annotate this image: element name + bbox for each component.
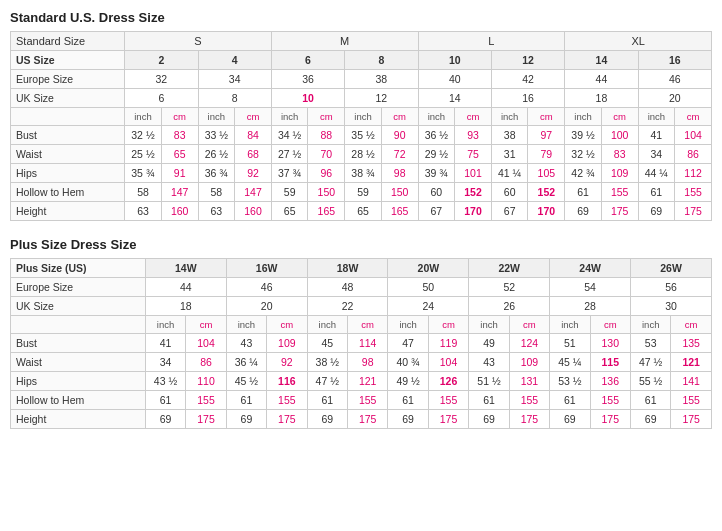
standard-size-label: Standard Size bbox=[11, 32, 125, 51]
plus-meas-1-val-3: 92 bbox=[267, 353, 308, 372]
std-meas-0-val-11: 97 bbox=[528, 126, 565, 145]
std-meas-0-val-15: 104 bbox=[675, 126, 712, 145]
plus-meas-0-val-4: 45 bbox=[307, 334, 347, 353]
std-meas-label-3: Hollow to Hem bbox=[11, 183, 125, 202]
plus-unit-cm-4: cm bbox=[428, 316, 469, 334]
std-meas-label-4: Height bbox=[11, 202, 125, 221]
eu-44: 44 bbox=[565, 70, 638, 89]
uk-14: 14 bbox=[418, 89, 491, 108]
plus-meas-3-val-11: 155 bbox=[590, 391, 631, 410]
plus-meas-0-val-10: 51 bbox=[550, 334, 590, 353]
plus-uk-26: 26 bbox=[469, 297, 550, 316]
plus-meas-2-val-8: 51 ½ bbox=[469, 372, 509, 391]
std-meas-0-val-1: 83 bbox=[161, 126, 198, 145]
plus-meas-2-val-9: 131 bbox=[509, 372, 550, 391]
eu-38: 38 bbox=[345, 70, 418, 89]
unit-cm-4: cm bbox=[381, 108, 418, 126]
std-meas-1-val-8: 29 ½ bbox=[418, 145, 455, 164]
std-meas-1-val-10: 31 bbox=[491, 145, 528, 164]
std-meas-2-val-7: 98 bbox=[381, 164, 418, 183]
plus-uk-20: 20 bbox=[226, 297, 307, 316]
plus-meas-0-val-11: 130 bbox=[590, 334, 631, 353]
std-meas-3-val-1: 147 bbox=[161, 183, 198, 202]
plus-size-label: Plus Size (US) bbox=[11, 259, 146, 278]
std-meas-3-val-14: 61 bbox=[638, 183, 675, 202]
std-meas-0-val-2: 33 ½ bbox=[198, 126, 235, 145]
std-meas-1-val-12: 32 ½ bbox=[565, 145, 602, 164]
uk-18: 18 bbox=[565, 89, 638, 108]
unit-inch-1: inch bbox=[125, 108, 162, 126]
std-meas-1-val-6: 28 ½ bbox=[345, 145, 382, 164]
std-meas-0-val-7: 90 bbox=[381, 126, 418, 145]
std-meas-3-val-4: 59 bbox=[271, 183, 308, 202]
plus-unit-inch-4: inch bbox=[388, 316, 428, 334]
plus-meas-3-val-1: 155 bbox=[186, 391, 227, 410]
std-meas-2-val-6: 38 ¾ bbox=[345, 164, 382, 183]
plus-meas-1-val-4: 38 ½ bbox=[307, 353, 347, 372]
plus-16w: 16W bbox=[226, 259, 307, 278]
plus-meas-3-val-9: 155 bbox=[509, 391, 550, 410]
plus-meas-2-val-0: 43 ½ bbox=[145, 372, 185, 391]
plus-meas-3-val-7: 155 bbox=[428, 391, 469, 410]
std-meas-3-val-5: 150 bbox=[308, 183, 345, 202]
plus-eu-48: 48 bbox=[307, 278, 388, 297]
plus-unit-cm-1: cm bbox=[186, 316, 227, 334]
plus-meas-2-val-11: 136 bbox=[590, 372, 631, 391]
plus-meas-3-val-0: 61 bbox=[145, 391, 185, 410]
std-meas-1-val-14: 34 bbox=[638, 145, 675, 164]
std-meas-1-val-0: 25 ½ bbox=[125, 145, 162, 164]
plus-meas-2-val-1: 110 bbox=[186, 372, 227, 391]
plus-26w: 26W bbox=[631, 259, 712, 278]
plus-meas-2-val-10: 53 ½ bbox=[550, 372, 590, 391]
std-meas-4-val-4: 65 bbox=[271, 202, 308, 221]
plus-uk-30: 30 bbox=[631, 297, 712, 316]
us-4: 4 bbox=[198, 51, 271, 70]
plus-unit-cm-5: cm bbox=[509, 316, 550, 334]
plus-meas-1-val-12: 47 ½ bbox=[631, 353, 671, 372]
plus-table: Plus Size (US) 14W 16W 18W 20W 22W 24W 2… bbox=[10, 258, 712, 429]
group-s: S bbox=[125, 32, 272, 51]
std-meas-2-val-10: 41 ¼ bbox=[491, 164, 528, 183]
eu-42: 42 bbox=[491, 70, 564, 89]
plus-meas-1-val-8: 43 bbox=[469, 353, 509, 372]
std-meas-1-val-11: 79 bbox=[528, 145, 565, 164]
std-meas-4-val-1: 160 bbox=[161, 202, 198, 221]
plus-meas-0-val-3: 109 bbox=[267, 334, 308, 353]
plus-20w: 20W bbox=[388, 259, 469, 278]
std-meas-1-val-15: 86 bbox=[675, 145, 712, 164]
std-meas-4-val-8: 67 bbox=[418, 202, 455, 221]
std-meas-4-val-5: 165 bbox=[308, 202, 345, 221]
plus-meas-3-val-12: 61 bbox=[631, 391, 671, 410]
plus-meas-label-0: Bust bbox=[11, 334, 146, 353]
plus-meas-0-val-0: 41 bbox=[145, 334, 185, 353]
plus-meas-label-1: Waist bbox=[11, 353, 146, 372]
std-meas-2-val-2: 36 ¾ bbox=[198, 164, 235, 183]
us-12: 12 bbox=[491, 51, 564, 70]
std-meas-2-val-1: 91 bbox=[161, 164, 198, 183]
plus-eu-54: 54 bbox=[550, 278, 631, 297]
std-meas-0-val-12: 39 ½ bbox=[565, 126, 602, 145]
plus-unit-cm-7: cm bbox=[671, 316, 712, 334]
std-meas-4-val-3: 160 bbox=[235, 202, 272, 221]
std-meas-0-val-5: 88 bbox=[308, 126, 345, 145]
plus-meas-3-val-6: 61 bbox=[388, 391, 428, 410]
plus-uk-22: 22 bbox=[307, 297, 388, 316]
plus-meas-4-val-4: 69 bbox=[307, 410, 347, 429]
uk-10: 10 bbox=[271, 89, 344, 108]
plus-meas-4-val-10: 69 bbox=[550, 410, 590, 429]
eu-36: 36 bbox=[271, 70, 344, 89]
std-meas-3-val-0: 58 bbox=[125, 183, 162, 202]
plus-unit-inch-3: inch bbox=[307, 316, 347, 334]
plus-meas-2-val-13: 141 bbox=[671, 372, 712, 391]
plus-meas-3-val-13: 155 bbox=[671, 391, 712, 410]
uk-8: 8 bbox=[198, 89, 271, 108]
std-meas-0-val-13: 100 bbox=[601, 126, 638, 145]
std-meas-0-val-0: 32 ½ bbox=[125, 126, 162, 145]
plus-unit-inch-7: inch bbox=[631, 316, 671, 334]
us-2: 2 bbox=[125, 51, 198, 70]
unit-cm-8: cm bbox=[675, 108, 712, 126]
unit-cm-5: cm bbox=[455, 108, 492, 126]
unit-inch-8: inch bbox=[638, 108, 675, 126]
plus-meas-0-val-5: 114 bbox=[347, 334, 388, 353]
unit-inch-3: inch bbox=[271, 108, 308, 126]
